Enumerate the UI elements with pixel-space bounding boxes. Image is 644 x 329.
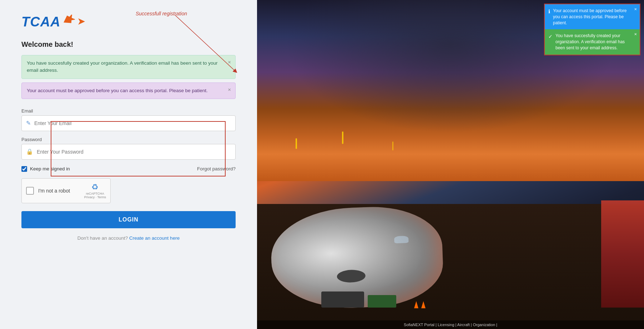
user-icon: ✎ — [26, 120, 31, 126]
right-panel: ℹ Your account must be approved before y… — [257, 0, 644, 329]
password-input-wrapper: 🔒 — [21, 144, 236, 160]
toast-info-icon: ℹ — [548, 8, 550, 15]
welcome-heading: Welcome back! — [21, 40, 236, 49]
checkbox-row: Keep me signed in Forgot password? — [21, 166, 236, 172]
email-input[interactable] — [34, 120, 231, 126]
password-label: Password — [21, 137, 236, 142]
alert-success-close[interactable]: × — [228, 59, 231, 65]
recaptcha-logo: ♻ reCAPTCHA Privacy · Terms — [84, 183, 106, 199]
email-input-wrapper: ✎ — [21, 115, 236, 131]
toast-check-icon: ✓ — [548, 33, 553, 40]
keep-signed-checkbox[interactable] — [21, 166, 27, 172]
forgot-password-link[interactable]: Forgot password? — [197, 166, 236, 171]
toast-approval-close[interactable]: × — [634, 6, 637, 12]
alert-success-message: You have succesfully created your organi… — [27, 60, 218, 73]
toast-approval: ℹ Your account must be approved before y… — [545, 4, 640, 29]
toasts-container: ℹ Your account must be approved before y… — [544, 4, 640, 55]
toast-success-message: You have succesfully created your organi… — [555, 33, 630, 51]
keep-signed-text: Keep me signed in — [30, 166, 70, 171]
alert-info-close[interactable]: × — [228, 86, 231, 93]
email-label: Email — [21, 108, 236, 114]
recaptcha-terms: Privacy · Terms — [84, 195, 106, 199]
no-account-text: Don't have an account? — [77, 235, 128, 241]
lock-icon: 🔒 — [26, 148, 33, 155]
recaptcha-icon: ♻ — [91, 183, 99, 192]
toast-approval-message: Your account must be approved before you… — [553, 8, 630, 26]
footer-bar: SofiaNEXT Portal | Licensing | Aircraft … — [257, 320, 644, 329]
password-input[interactable] — [37, 149, 231, 155]
recaptcha-box[interactable]: I'm not a robot ♻ reCAPTCHA Privacy · Te… — [21, 178, 111, 203]
alert-info: Your account must be approved before you… — [21, 83, 236, 99]
logo-arrow-icon: ➤ — [62, 15, 85, 27]
toast-success: ✓ You have succesfully created your orga… — [545, 29, 640, 54]
keep-signed-label: Keep me signed in — [21, 166, 70, 172]
recaptcha-brand: reCAPTCHA — [86, 192, 104, 195]
left-panel: Successfull registration TCAA ➤ Welcome … — [0, 0, 257, 329]
annotation-label: Successfull registration — [136, 11, 187, 16]
bottom-link-container: Don't have an account? Create an account… — [21, 235, 236, 241]
recaptcha-label: I'm not a robot — [38, 188, 80, 194]
annotation-arrow-svg — [0, 0, 257, 329]
recaptcha-checkbox[interactable] — [26, 187, 34, 195]
footer-text: SofiaNEXT Portal | Licensing | Aircraft … — [404, 323, 497, 327]
create-account-link[interactable]: Create an account here — [129, 235, 180, 241]
alert-success: You have succesfully created your organi… — [21, 55, 236, 79]
toast-success-close[interactable]: × — [634, 31, 637, 37]
alert-info-message: Your account must be approved before you… — [27, 88, 208, 93]
login-button[interactable]: LOGIN — [21, 211, 236, 228]
logo-container: TCAA ➤ — [21, 14, 236, 30]
logo-text: TCAA — [21, 14, 61, 30]
